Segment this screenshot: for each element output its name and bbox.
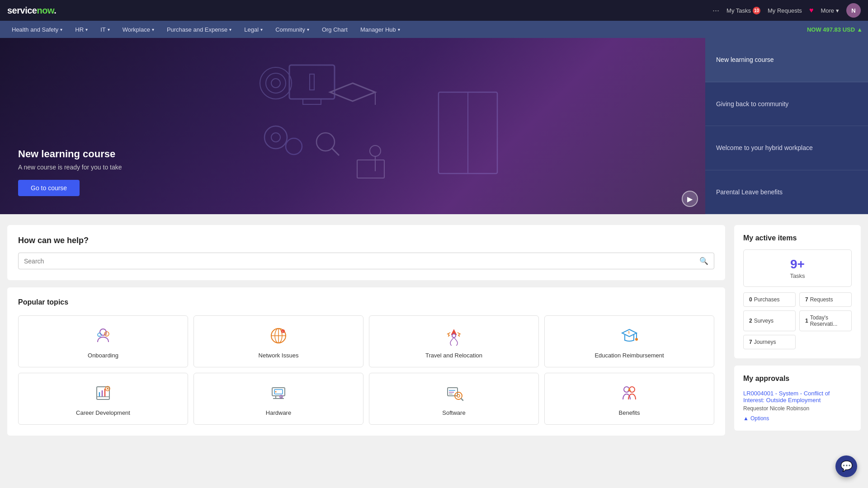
- it-chevron: ▾: [108, 27, 110, 32]
- nav-manager-hub[interactable]: Manager Hub ▾: [354, 21, 406, 38]
- tasks-count: 9+: [751, 257, 844, 272]
- svg-point-17: [271, 79, 280, 88]
- svg-text:$: $: [105, 333, 107, 336]
- career-label: Career Development: [76, 409, 130, 417]
- my-tasks-label: My Tasks: [726, 7, 751, 14]
- nav-hr[interactable]: HR ▾: [69, 21, 94, 38]
- svg-point-32: [635, 338, 638, 341]
- nav-it[interactable]: IT ▾: [94, 21, 116, 38]
- topics-title: Popular topics: [18, 298, 714, 306]
- topic-career[interactable]: Career Development: [18, 373, 188, 425]
- reservations-pill[interactable]: 1 Today's Reservati...: [799, 310, 852, 331]
- sec-nav-items: Health and Safety ▾ HR ▾ IT ▾ Workplace …: [5, 21, 406, 38]
- nav-legal[interactable]: Legal ▾: [238, 21, 269, 38]
- search-icon: 🔍: [699, 257, 708, 265]
- svg-text:$: $: [628, 331, 630, 334]
- approvals-card: My approvals LR0004001 - System - Confli…: [734, 366, 861, 431]
- surveys-pill[interactable]: 2 Surveys: [743, 310, 796, 331]
- hardware-label: Hardware: [266, 409, 291, 417]
- hero-sidebar-item-3[interactable]: Parental Leave benefits: [705, 170, 868, 215]
- onboarding-label: Onboarding: [88, 352, 118, 360]
- svg-point-15: [260, 67, 292, 99]
- my-requests-button[interactable]: My Requests: [768, 7, 802, 14]
- svg-point-12: [370, 145, 381, 156]
- svg-point-16: [266, 73, 286, 93]
- play-button[interactable]: ▶: [682, 191, 698, 207]
- travel-label: Travel and Relocation: [425, 352, 482, 360]
- topic-travel[interactable]: Travel and Relocation: [369, 315, 539, 367]
- career-icon: [92, 382, 114, 404]
- search-box[interactable]: 🔍: [18, 253, 714, 269]
- hero-banner: New learning course A new course is read…: [0, 38, 705, 214]
- topic-network[interactable]: ! Network Issues: [193, 315, 363, 367]
- journeys-pill[interactable]: 7 Journeys: [743, 335, 796, 349]
- tasks-label: Tasks: [751, 272, 844, 279]
- svg-text:+: +: [99, 334, 100, 337]
- manager-hub-chevron: ▾: [398, 27, 400, 32]
- hero-title: New learning course: [18, 148, 122, 160]
- main-content: How can we help? 🔍 Popular topics $: [0, 214, 868, 446]
- education-label: Education Reimbursement: [594, 352, 664, 360]
- tasks-badge: 10: [753, 7, 760, 14]
- active-items-card: My active items 9+ Tasks 0 Purchases 7 R…: [734, 225, 861, 358]
- hero-sidebar-item-0[interactable]: New learning course: [705, 38, 868, 82]
- more-button[interactable]: More ▾: [821, 7, 839, 14]
- svg-text:!: !: [283, 330, 283, 333]
- hero-section: New learning course A new course is read…: [0, 38, 868, 214]
- health-safety-chevron: ▾: [60, 27, 62, 32]
- dots-icon: ···: [712, 6, 719, 15]
- main-right: My active items 9+ Tasks 0 Purchases 7 R…: [734, 225, 861, 436]
- top-nav: servicenow. ··· My Tasks 10 My Requests …: [0, 0, 868, 21]
- svg-rect-1: [303, 99, 321, 104]
- tasks-big-box[interactable]: 9+ Tasks: [743, 249, 852, 287]
- my-tasks-button[interactable]: My Tasks 10: [726, 7, 760, 14]
- my-requests-label: My Requests: [768, 7, 802, 14]
- topic-software[interactable]: Software: [369, 373, 539, 425]
- main-left: How can we help? 🔍 Popular topics $: [7, 225, 734, 436]
- logo-text: servicenow.: [7, 5, 56, 16]
- logo[interactable]: servicenow.: [7, 5, 56, 16]
- travel-icon: [443, 325, 465, 347]
- svg-rect-14: [357, 160, 384, 178]
- education-icon: $: [618, 325, 640, 347]
- topic-onboarding[interactable]: $ + Onboarding: [18, 315, 188, 367]
- nav-community[interactable]: Community ▾: [269, 21, 316, 38]
- avatar[interactable]: N: [846, 3, 861, 18]
- benefits-label: Benefits: [619, 409, 640, 417]
- nav-workplace[interactable]: Workplace ▾: [116, 21, 160, 38]
- more-chevron-icon: ▾: [836, 7, 839, 14]
- workplace-chevron: ▾: [152, 27, 154, 32]
- svg-rect-0: [289, 65, 335, 99]
- purchases-pill[interactable]: 0 Purchases: [743, 292, 796, 307]
- svg-rect-48: [448, 388, 458, 396]
- nav-purchase-expense[interactable]: Purchase and Expense ▾: [160, 21, 238, 38]
- help-title: How can we help?: [18, 236, 714, 245]
- hero-subtitle: A new course is ready for you to take: [18, 164, 122, 171]
- requests-pill[interactable]: 7 Requests: [799, 292, 852, 307]
- more-label: More: [821, 7, 834, 14]
- hero-sidebar-item-2[interactable]: Welcome to your hybrid workplace: [705, 126, 868, 170]
- now-amount: NOW 497.83 USD ▲: [807, 26, 863, 33]
- topic-hardware[interactable]: Hardware: [193, 373, 363, 425]
- approvals-title: My approvals: [743, 375, 852, 383]
- topic-benefits[interactable]: Benefits: [544, 373, 714, 425]
- onboarding-icon: $ +: [92, 325, 114, 347]
- nav-health-safety[interactable]: Health and Safety ▾: [5, 21, 69, 38]
- approval-link[interactable]: LR0004001 - System - Conflict of Interes…: [743, 390, 852, 404]
- hero-sidebar-item-1[interactable]: Giving back to community: [705, 82, 868, 127]
- nav-org-chart[interactable]: Org Chart: [316, 21, 354, 38]
- topics-section: Popular topics $ + Onboardin: [7, 287, 725, 436]
- purchase-chevron: ▾: [229, 27, 231, 32]
- topic-education[interactable]: $ Education Reimbursement: [544, 315, 714, 367]
- legal-chevron: ▾: [260, 27, 263, 32]
- search-input[interactable]: [24, 258, 696, 265]
- favorites-icon[interactable]: ♥: [809, 6, 814, 14]
- network-icon: !: [268, 325, 289, 347]
- svg-line-54: [461, 399, 463, 400]
- hero-sidebar: New learning course Giving back to commu…: [705, 38, 868, 214]
- options-button[interactable]: ▲ Options: [743, 415, 852, 422]
- go-to-course-button[interactable]: Go to course: [18, 180, 80, 196]
- svg-line-9: [332, 148, 339, 155]
- software-icon: [443, 382, 465, 404]
- svg-point-29: [452, 334, 456, 338]
